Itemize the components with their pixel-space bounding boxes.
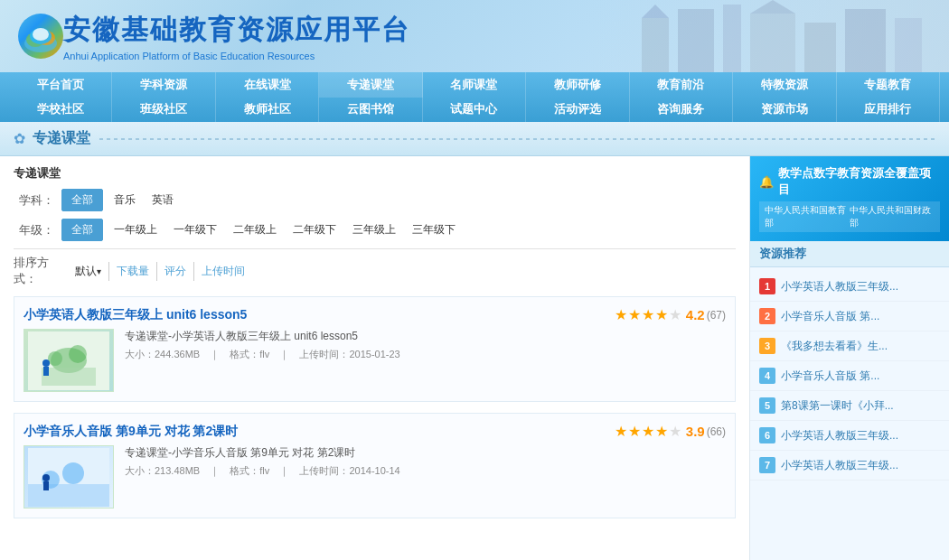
sidebar-item-text-4: 小学音乐人音版 第...: [781, 369, 879, 384]
header-decoration: [633, 0, 949, 72]
svg-point-15: [48, 351, 62, 366]
nav-teacher-training[interactable]: 教师研修: [526, 72, 629, 98]
logo-text: 安徽基础教育资源应用平台 Anhui Application Platform …: [63, 12, 410, 61]
nav-master-class[interactable]: 名师课堂: [423, 72, 526, 98]
sort-upload-time[interactable]: 上传时间: [194, 262, 252, 281]
nav-school-community[interactable]: 学校社区: [9, 98, 112, 123]
sidebar-rank-5: 5: [759, 397, 775, 414]
resource-desc-2: 专递课堂-小学音乐人音版 第9单元 对花 第2课时: [125, 445, 726, 461]
resource-time-1: 上传时间：2015-01-23: [299, 349, 399, 359]
nav-thematic-education[interactable]: 专题教育: [837, 72, 940, 98]
subject-filter-label: 学科：: [14, 192, 54, 209]
nav-online-class[interactable]: 在线课堂: [216, 72, 319, 98]
svg-point-17: [42, 359, 50, 367]
sidebar-item[interactable]: 5 第8课第一课时《小拜...: [750, 391, 949, 421]
grade-all-btn[interactable]: 全部: [61, 219, 103, 241]
sidebar-rank-3: 3: [759, 338, 775, 354]
grade-3down-btn[interactable]: 三年级下: [407, 219, 461, 240]
resource-thumb-2: [23, 445, 114, 509]
nav-resource-market[interactable]: 资源市场: [733, 98, 836, 123]
resource-time-2: 上传时间：2014-10-14: [299, 465, 399, 476]
nav-grid: 平台首页 学科资源 在线课堂 专递课堂 名师课堂 教师研修 教育前沿 特教资源 …: [9, 72, 940, 122]
subject-filter-row: 学科： 全部 音乐 英语: [14, 189, 736, 211]
sidebar-item[interactable]: 2 小学音乐人音版 第...: [750, 302, 949, 331]
grade-3up-btn[interactable]: 三年级上: [347, 219, 401, 240]
sidebar-item[interactable]: 3 《我多想去看看》生...: [750, 331, 949, 361]
resource-item: 小学音乐人音版 第9单元 对花 第2课时 ★★★★★ 3.9 (66): [14, 413, 736, 518]
sort-downloads[interactable]: 下载量: [109, 262, 157, 281]
main-container: 专递课堂 学科： 全部 音乐 英语 年级： 全部 一年级上 一年级下 二年级上 …: [0, 156, 949, 560]
sidebar-item[interactable]: 1 小学英语人教版三年级...: [750, 272, 949, 302]
resource-item: 小学英语人教版三年级上 unit6 lesson5 ★★★★★ 4.2 (67): [14, 296, 736, 402]
resource-sep4: ｜: [279, 465, 289, 476]
grade-1down-btn[interactable]: 一年级下: [168, 219, 222, 240]
subject-music-btn[interactable]: 音乐: [108, 190, 141, 210]
subject-english-btn[interactable]: 英语: [146, 190, 179, 210]
nav-exam-center[interactable]: 试题中心: [423, 98, 526, 123]
sidebar-banner-sub1: 中华人民共和国教育部: [765, 204, 850, 229]
grade-2down-btn[interactable]: 二年级下: [287, 219, 342, 240]
svg-rect-8: [750, 14, 795, 72]
grade-2up-btn[interactable]: 二年级上: [228, 219, 282, 240]
resource-meta-1: 大小：244.36MB ｜ 格式：flv ｜ 上传时间：2015-01-23: [125, 348, 726, 361]
nav-teacher-community[interactable]: 教师社区: [216, 98, 319, 123]
svg-rect-10: [845, 9, 886, 72]
nav-special-education[interactable]: 特教资源: [733, 72, 836, 98]
sidebar-item-text-3: 《我多想去看看》生...: [781, 339, 888, 354]
nav-special-class[interactable]: 专递课堂: [319, 72, 422, 98]
svg-point-16: [69, 345, 87, 363]
sort-rating[interactable]: 评分: [157, 262, 194, 281]
subject-all-btn[interactable]: 全部: [61, 189, 103, 211]
rating-score-2: 3.9: [686, 424, 705, 439]
logo-area: 安徽基础教育资源应用平台 Anhui Application Platform …: [18, 12, 410, 61]
svg-rect-11: [895, 18, 922, 72]
resource-title-2[interactable]: 小学音乐人音版 第9单元 对花 第2课时: [23, 424, 238, 440]
resource-format-1: 格式：flv: [230, 349, 269, 359]
sidebar-item-text-2: 小学音乐人音版 第...: [781, 309, 879, 324]
sidebar-banner-icon: 🔔: [759, 175, 774, 189]
sidebar-rank-2: 2: [759, 308, 775, 324]
page-title-bar: ✿ 专递课堂: [0, 122, 949, 156]
sort-row: 排序方式： 默认▾ 下载量 评分 上传时间: [14, 248, 736, 287]
right-sidebar: 🔔 教学点数字教育资源全覆盖项目 中华人民共和国教育部 中华人民共和国财政部 资…: [750, 156, 949, 560]
resource-title-row: 小学英语人教版三年级上 unit6 lesson5 ★★★★★ 4.2 (67): [23, 306, 726, 323]
rating-row-1: ★★★★★ 4.2 (67): [615, 306, 726, 323]
nav-class-community[interactable]: 班级社区: [112, 98, 215, 123]
nav-cloud-library[interactable]: 云图书馆: [319, 98, 422, 123]
resource-format-2: 格式：flv: [230, 465, 269, 476]
rating-count-2: (66): [707, 425, 726, 438]
sidebar-item[interactable]: 4 小学音乐人音版 第...: [750, 361, 949, 391]
nav-app-ranking[interactable]: 应用排行: [837, 98, 940, 123]
nav-platform-home[interactable]: 平台首页: [9, 72, 112, 98]
page-title-icon: ✿: [14, 130, 25, 147]
svg-point-23: [42, 474, 50, 481]
stars-2: ★★★★★: [615, 423, 682, 440]
site-title: 安徽基础教育资源应用平台: [63, 12, 410, 49]
sidebar-rank-4: 4: [759, 368, 775, 384]
sidebar-item[interactable]: 6 小学英语人教版三年级...: [750, 421, 949, 451]
nav-education-frontier[interactable]: 教育前沿: [630, 72, 733, 98]
sidebar-item-text-1: 小学英语人教版三年级...: [781, 279, 898, 294]
sidebar-banner-title-row: 🔔 教学点数字教育资源全覆盖项目: [759, 165, 940, 198]
nav-activity-selection[interactable]: 活动评选: [526, 98, 629, 123]
grade-filter-row: 年级： 全部 一年级上 一年级下 二年级上 二年级下 三年级上 三年级下: [14, 219, 736, 241]
grade-1up-btn[interactable]: 一年级上: [108, 219, 163, 240]
nav-consulting[interactable]: 咨询服务: [630, 98, 733, 123]
sidebar-item-text-5: 第8课第一课时《小拜...: [781, 398, 894, 414]
svg-rect-9: [804, 23, 836, 72]
resource-sep2: ｜: [279, 349, 289, 359]
svg-rect-14: [42, 368, 96, 386]
nav-subject-resources[interactable]: 学科资源: [112, 72, 215, 98]
svg-rect-7: [723, 5, 741, 72]
sidebar-item[interactable]: 7 小学英语人教版三年级...: [750, 451, 949, 481]
page-title-decoration: [99, 138, 935, 140]
sidebar-item-text-6: 小学英语人教版三年级...: [781, 428, 898, 443]
navigation: 平台首页 学科资源 在线课堂 专递课堂 名师课堂 教师研修 教育前沿 特教资源 …: [0, 72, 949, 122]
resource-thumb-1: [23, 329, 114, 392]
resource-sep1: ｜: [210, 349, 220, 359]
sort-default[interactable]: 默认▾: [68, 262, 109, 281]
svg-rect-6: [678, 9, 714, 72]
sidebar-section-title: 资源推荐: [750, 241, 949, 267]
sidebar-item-text-7: 小学英语人教版三年级...: [781, 458, 898, 473]
resource-title-1[interactable]: 小学英语人教版三年级上 unit6 lesson5: [23, 307, 247, 323]
